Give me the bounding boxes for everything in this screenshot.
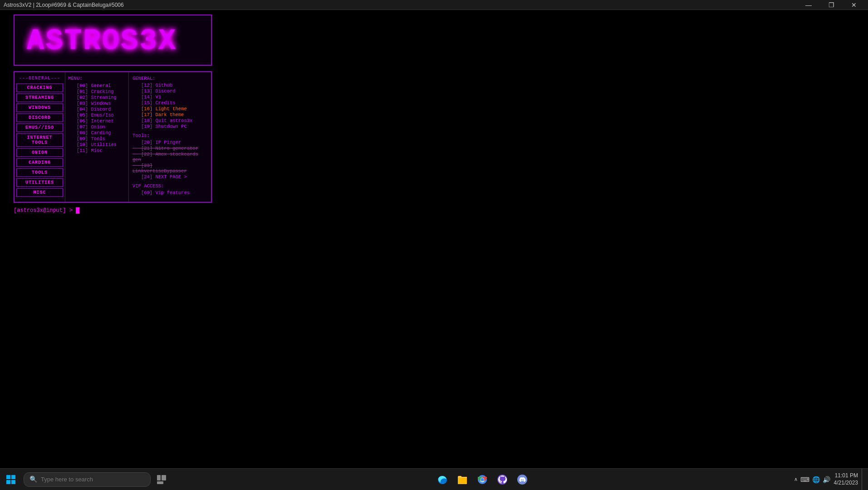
menu-item-07[interactable]: [07] Onion (68, 124, 126, 130)
info-item-13[interactable]: [13] Discord (132, 88, 207, 94)
search-bar[interactable]: 🔍 (24, 472, 151, 487)
taskbar-right: ∧ ⌨ 🌐 🔊 11:01 PM 4/21/2023 (794, 469, 868, 490)
search-icon: 🔍 (29, 475, 37, 483)
discord-icon (517, 474, 528, 485)
window-controls: — ❐ ✕ (798, 0, 864, 10)
sidebar-item-cracking[interactable]: CRACKING (16, 83, 63, 92)
prompt-text: [astros3x@input] > (14, 207, 76, 214)
chrome-icon (477, 474, 488, 485)
menu-item-06[interactable]: [06] Internet (68, 118, 126, 124)
info-item-23[interactable]: [23] LinkvertiseBypasser (132, 163, 207, 174)
cursor (76, 207, 79, 214)
sidebar-item-carding[interactable]: CARDING (16, 158, 63, 167)
sidebar-item-utilities[interactable]: UTILITIES (16, 178, 63, 187)
tools-section-header: Tools: (132, 133, 207, 138)
svg-rect-9 (458, 477, 467, 484)
sidebar-item-tools[interactable]: TOOLS (16, 168, 63, 177)
svg-rect-6 (162, 475, 166, 480)
logo-svg: ASTROS3X (22, 16, 204, 57)
sidebar-item-windows[interactable]: WINDOWS (16, 103, 63, 112)
menu-item-08[interactable]: [08] Carding (68, 130, 126, 136)
info-item-12[interactable]: [12] Github (132, 83, 207, 88)
sidebar-header: ---GENERAL--- (16, 76, 63, 81)
svg-rect-5 (157, 475, 161, 480)
menu-item-02[interactable]: [02] Streaming (68, 95, 126, 100)
system-tray: ∧ ⌨ 🌐 🔊 (794, 476, 830, 483)
logo-container: ASTROS3X (14, 15, 212, 66)
taskbar-chrome-icon[interactable] (473, 469, 491, 490)
command-prompt[interactable]: [astros3x@input] > (14, 207, 854, 214)
menu-item-05[interactable]: [05] Emus/Iso (68, 113, 126, 118)
sidebar-item-streaming[interactable]: STREAMING (16, 93, 63, 102)
info-item-14[interactable]: [14] V1 (132, 94, 207, 100)
menu-header: MENU: (68, 76, 126, 81)
info-column: GENERAL: [12] Github [13] Discord [14] V… (129, 72, 211, 202)
info-item-24[interactable]: [24] NEXT PAGE > (132, 174, 207, 180)
show-desktop-button[interactable] (862, 469, 864, 490)
start-button[interactable] (0, 469, 22, 490)
sidebar-item-discord[interactable]: DISCORD (16, 113, 63, 122)
taskbar-explorer-icon[interactable] (453, 469, 471, 490)
volume-icon[interactable]: 🔊 (823, 476, 830, 483)
info-item-69[interactable]: [69] Vip features (132, 190, 207, 196)
svg-point-13 (481, 478, 484, 481)
svg-text:ASTROS3X: ASTROS3X (27, 25, 177, 57)
clock-date: 4/21/2023 (834, 480, 858, 487)
clock[interactable]: 11:01 PM 4/21/2023 (834, 472, 858, 486)
taskbar-edge-icon[interactable] (433, 469, 451, 490)
svg-rect-7 (157, 481, 163, 484)
edge-icon (437, 474, 448, 485)
sidebar-item-onion[interactable]: ONION (16, 148, 63, 157)
title-bar: Astros3xV2 | 2Loop#6969 & CaptainBeluga#… (0, 0, 868, 10)
task-view-icon (157, 475, 166, 484)
keyboard-icon: ⌨ (800, 476, 809, 483)
tools-section: Tools: [20] IP Pinger [21] Nitro generat… (132, 133, 207, 180)
svg-rect-2 (11, 475, 15, 479)
github-icon (497, 474, 508, 485)
info-item-20[interactable]: [20] IP Pinger (132, 140, 207, 145)
clock-time: 11:01 PM (834, 472, 858, 480)
menu-item-09[interactable]: [09] Tools (68, 136, 126, 142)
sidebar-item-internet[interactable]: INTERNET TOOLS (16, 133, 63, 147)
info-item-17[interactable]: [17] Dark theme (132, 112, 207, 118)
terminal: ASTROS3X ---GENERAL--- CRACKING STREAMIN… (0, 10, 868, 218)
menu-item-01[interactable]: [01] Cracking (68, 89, 126, 94)
menu-item-04[interactable]: [04] Discord (68, 107, 126, 112)
taskbar-discord-icon[interactable] (513, 469, 531, 490)
sidebar-item-emus[interactable]: EMUS//ISO (16, 123, 63, 132)
taskbar-apps (171, 469, 794, 490)
taskbar: 🔍 (0, 468, 868, 490)
vip-section: VIP ACCESS: [69] Vip features (132, 183, 207, 196)
info-item-18[interactable]: [18] Quit astros3x (132, 118, 207, 123)
menu-column: MENU: [00] General [01] Cracking [02] St… (65, 72, 129, 202)
close-button[interactable]: ✕ (843, 0, 864, 10)
search-input[interactable] (41, 476, 141, 483)
menu-item-03[interactable]: [03] Windows (68, 101, 126, 106)
explorer-icon (457, 474, 468, 485)
restore-button[interactable]: ❐ (821, 0, 842, 10)
info-item-16[interactable]: [16] Light theme (132, 106, 207, 112)
info-item-22[interactable]: [22] Amex stockcards gen (132, 152, 207, 162)
vip-section-header: VIP ACCESS: (132, 183, 207, 189)
main-panel: ---GENERAL--- CRACKING STREAMING WINDOWS… (14, 71, 212, 203)
general-section-header: GENERAL: (132, 76, 207, 81)
svg-rect-3 (6, 480, 10, 484)
menu-item-11[interactable]: [11] Misc (68, 148, 126, 153)
logo-text: ASTROS3X (22, 16, 204, 64)
svg-rect-4 (11, 480, 15, 484)
windows-icon (6, 475, 15, 484)
info-item-21[interactable]: [21] Nitro generator (132, 146, 207, 151)
network-icon: 🌐 (812, 476, 820, 483)
menu-item-00[interactable]: [00] General (68, 83, 126, 88)
svg-rect-1 (6, 475, 10, 479)
menu-item-10[interactable]: [10] Utilities (68, 142, 126, 147)
sidebar: ---GENERAL--- CRACKING STREAMING WINDOWS… (15, 72, 65, 202)
window-title: Astros3xV2 | 2Loop#6969 & CaptainBeluga#… (4, 2, 124, 8)
info-item-19[interactable]: [19] Shutdown PC (132, 124, 207, 129)
task-view-button[interactable] (152, 469, 171, 490)
sidebar-item-misc[interactable]: MISC (16, 188, 63, 197)
chevron-up-icon[interactable]: ∧ (794, 476, 798, 482)
minimize-button[interactable]: — (798, 0, 819, 10)
taskbar-github-icon[interactable] (493, 469, 511, 490)
info-item-15[interactable]: [15] Credits (132, 100, 207, 106)
